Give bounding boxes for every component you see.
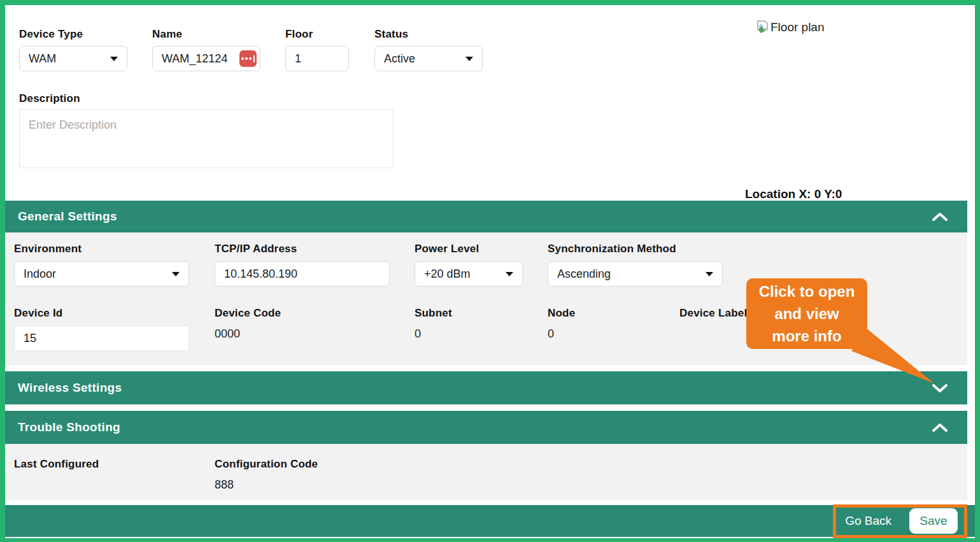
floor-label: Floor bbox=[285, 28, 313, 41]
device-code-label: Device Code bbox=[215, 307, 281, 320]
callout-line: more info bbox=[772, 325, 841, 347]
device-code-field: Device Code 0000 bbox=[215, 307, 281, 341]
last-configured-field: Last Configured bbox=[14, 458, 99, 478]
broken-image-icon bbox=[756, 20, 769, 34]
sync-method-value: Ascending bbox=[557, 267, 611, 281]
go-back-button[interactable]: Go Back bbox=[845, 514, 891, 528]
tcpip-label: TCP/IP Address bbox=[215, 243, 390, 255]
node-label: Node bbox=[548, 307, 575, 320]
chevron-down-icon bbox=[506, 272, 513, 276]
environment-select[interactable]: Indoor bbox=[14, 261, 189, 287]
status-select[interactable]: Active bbox=[374, 46, 483, 71]
broken-image-alt-text: Floor plan bbox=[771, 20, 825, 34]
name-field-wrap bbox=[152, 46, 260, 71]
chevron-down-icon bbox=[465, 57, 473, 61]
callout-line: Click to open bbox=[759, 280, 855, 303]
page-content: Device Type WAM Name Floor Status Active… bbox=[5, 5, 975, 538]
name-label: Name bbox=[152, 28, 182, 41]
trouble-shooting-body: Last Configured Configuration Code 888 bbox=[5, 444, 967, 500]
general-settings-header[interactable]: General Settings bbox=[5, 201, 967, 232]
device-label-field: Device Label bbox=[679, 307, 747, 327]
status-value: Active bbox=[384, 52, 415, 66]
environment-field: Environment Indoor bbox=[14, 243, 189, 287]
callout-line: and view bbox=[774, 303, 839, 325]
power-level-value: +20 dBm bbox=[424, 267, 471, 281]
location-readout: Location X: 0 Y:0 bbox=[745, 187, 842, 201]
chevron-down-icon bbox=[172, 272, 180, 276]
configuration-code-value: 888 bbox=[215, 478, 318, 492]
trouble-shooting-header[interactable]: Trouble Shooting bbox=[5, 411, 967, 444]
annotation-callout-bubble: Click to open and view more info bbox=[746, 278, 867, 349]
device-code-value: 0000 bbox=[215, 327, 281, 341]
floor-field-wrap bbox=[285, 46, 349, 71]
floor-input[interactable] bbox=[285, 46, 349, 71]
configuration-code-label: Configuration Code bbox=[215, 458, 318, 471]
environment-label: Environment bbox=[14, 243, 189, 255]
save-button[interactable]: Save bbox=[909, 508, 958, 534]
description-wrap bbox=[19, 109, 394, 168]
chevron-down-icon bbox=[110, 57, 118, 61]
sync-method-select[interactable]: Ascending bbox=[548, 261, 723, 287]
sync-method-field: Synchronization Method Ascending bbox=[548, 243, 723, 287]
device-type-value: WAM bbox=[29, 52, 56, 66]
environment-value: Indoor bbox=[24, 267, 56, 281]
sync-method-label: Synchronization Method bbox=[548, 243, 723, 255]
subnet-value: 0 bbox=[415, 327, 452, 341]
device-id-field: Device Id bbox=[14, 307, 189, 351]
general-settings-title: General Settings bbox=[18, 210, 117, 224]
tcpip-field: TCP/IP Address bbox=[215, 243, 390, 287]
subnet-field: Subnet 0 bbox=[415, 307, 452, 341]
footer-action-bar: Go Back Save bbox=[5, 505, 975, 537]
description-label: Description bbox=[19, 92, 80, 105]
node-field: Node 0 bbox=[548, 307, 575, 341]
wireless-settings-title: Wireless Settings bbox=[18, 381, 122, 395]
node-value: 0 bbox=[548, 327, 575, 341]
last-configured-label: Last Configured bbox=[14, 458, 99, 471]
device-id-label: Device Id bbox=[14, 307, 189, 320]
status-label: Status bbox=[374, 28, 408, 41]
wireless-settings-header[interactable]: Wireless Settings bbox=[5, 371, 967, 404]
subnet-label: Subnet bbox=[415, 307, 452, 320]
trouble-shooting-title: Trouble Shooting bbox=[18, 420, 120, 434]
device-type-label: Device Type bbox=[19, 28, 83, 41]
chevron-up-icon[interactable] bbox=[932, 212, 948, 222]
device-edit-page: Device Type WAM Name Floor Status Active… bbox=[0, 0, 980, 542]
description-textarea[interactable] bbox=[19, 109, 394, 168]
tcpip-input[interactable] bbox=[215, 261, 390, 287]
power-level-field: Power Level +20 dBm bbox=[415, 243, 523, 287]
configuration-code-field: Configuration Code 888 bbox=[215, 458, 318, 492]
chevron-down-icon bbox=[706, 272, 713, 276]
chevron-up-icon[interactable] bbox=[932, 423, 948, 432]
device-label-label: Device Label bbox=[679, 307, 747, 320]
power-level-label: Power Level bbox=[415, 243, 523, 255]
password-manager-icon[interactable] bbox=[239, 50, 257, 67]
power-level-select[interactable]: +20 dBm bbox=[415, 261, 523, 287]
device-id-input[interactable] bbox=[14, 325, 189, 351]
floor-plan-area: Floor plan bbox=[756, 20, 825, 34]
device-type-select[interactable]: WAM bbox=[19, 46, 127, 71]
